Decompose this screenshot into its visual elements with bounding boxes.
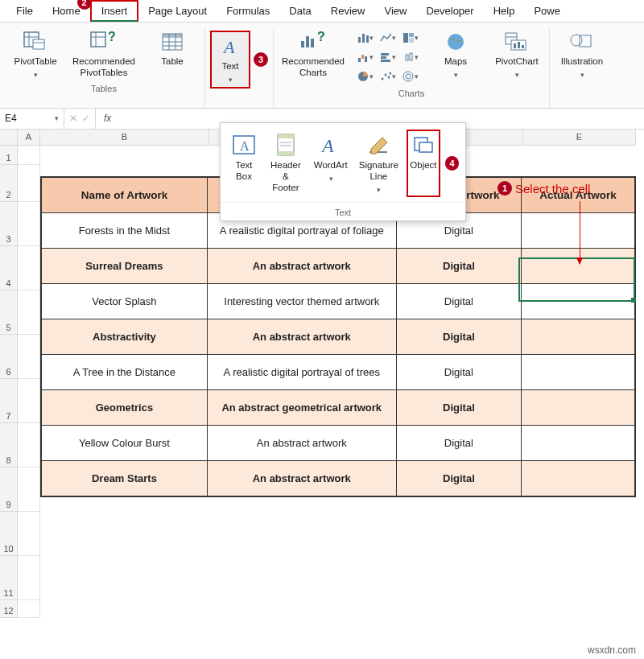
pie-icon[interactable]: ▾ [357,69,374,84]
svg-rect-5 [91,32,105,47]
menu-file[interactable]: File [6,2,43,20]
svg-point-39 [403,72,413,81]
menu-page-layout[interactable]: Page Layout [138,2,217,20]
menu-view[interactable]: View [374,2,416,20]
menu-help[interactable]: Help [484,2,525,20]
table-cell[interactable]: Surreal Dreams [41,248,207,283]
table-cell[interactable]: Interesting vector themed artwork [207,283,396,319]
svg-rect-46 [518,42,520,48]
illustrations-button[interactable]: Illustration ▾ [558,31,606,79]
table-cell[interactable]: Geometrics [41,389,207,425]
table-cell[interactable]: Digital [396,248,522,283]
boxwhisker-icon[interactable]: ▾ [402,50,419,64]
confirm-check-icon[interactable]: ✓ [82,113,90,124]
menu-insert[interactable]: Insert [90,0,139,22]
table-cell[interactable]: Digital [396,425,522,460]
table-cell[interactable] [522,283,635,319]
pivotchart-button[interactable]: PivotChart ▾ [493,31,541,79]
table-cell[interactable]: Dream Starts [41,460,207,496]
row-header-5[interactable]: 5 [0,290,18,335]
table-cell[interactable]: Digital [396,319,522,354]
table-cell[interactable] [522,212,635,248]
table-cell[interactable] [522,354,635,389]
table-cell[interactable]: Digital [396,389,522,425]
table-cell[interactable] [522,319,635,354]
table-cell[interactable]: An abstract artwork [207,425,396,460]
col-header-a[interactable]: A [18,130,40,146]
line-chart-icon[interactable]: ▾ [380,31,396,45]
th-name[interactable]: Name of Artwork [41,177,207,213]
recommended-charts-button[interactable]: ? Recommended Charts [282,31,345,79]
table-row[interactable]: Vector SplashInteresting vector themed a… [41,283,635,319]
menu-developer[interactable]: Developer [416,2,483,20]
row-header-3[interactable]: 3 [0,202,18,246]
name-box[interactable]: E4 ▾ [0,109,64,129]
cancel-x-icon[interactable]: ✕ [69,113,77,124]
row-header-12[interactable]: 12 [0,600,18,618]
row-header-1[interactable]: 1 [0,146,18,165]
wordart-button[interactable]: A WordArt ▾ [311,130,351,197]
table-cell[interactable]: An abstract artwork [207,460,396,496]
table-row[interactable]: Dream StartsAn abstract artworkDigital [41,460,635,496]
menu-review[interactable]: Review [321,2,375,20]
menu-data[interactable]: Data [279,2,320,20]
row-header-4[interactable]: 4 [0,246,18,290]
text-dropdown-button[interactable]: A Text ▾ [210,31,250,89]
maps-button[interactable]: Maps ▾ [431,31,480,79]
table-cell[interactable]: Digital [396,283,522,319]
row-header-10[interactable]: 10 [0,512,18,556]
header-footer-button[interactable]: Header & Footer [266,130,306,197]
table-button[interactable]: Table [148,31,196,68]
row-header-9[interactable]: 9 [0,467,18,512]
row-header-2[interactable]: 2 [0,165,18,202]
table-row[interactable]: A Tree in the DistanceA realistic digita… [41,354,635,389]
waterfall-icon[interactable]: ▾ [357,50,374,64]
table-cell[interactable]: Forests in the Midst [41,212,207,248]
select-all-corner[interactable] [0,130,18,146]
signature-line-button[interactable]: Signature Line ▾ [356,130,402,197]
table-cell[interactable]: A Tree in the Distance [41,354,207,389]
hbar-icon[interactable]: ▾ [380,50,396,64]
row-header-7[interactable]: 7 [0,379,18,423]
table-cell[interactable]: Digital [396,460,522,496]
table-cell[interactable]: Digital [396,354,522,389]
recommended-pivottables-button[interactable]: ? Recommended PivotTables [72,31,135,79]
table-cell[interactable]: Yellow Colour Burst [41,425,207,460]
table-cell[interactable] [522,425,635,460]
svg-text:A: A [240,139,250,153]
menu-formulas[interactable]: Formulas [217,2,279,20]
object-button[interactable]: Object [407,130,440,197]
table-cell[interactable]: An abstract artwork [207,248,396,283]
table-cell[interactable] [522,389,635,425]
row-header-6[interactable]: 6 [0,335,18,379]
treemap-icon[interactable]: ▾ [402,31,419,45]
table-cell[interactable]: Vector Splash [41,283,207,319]
text-box-button[interactable]: A Text Box [227,130,261,197]
bar-chart-icon[interactable]: ▾ [357,31,374,45]
callout-select-cell: 1 Select the cell [497,181,590,196]
row-header-8[interactable]: 8 [0,423,18,467]
table-cell[interactable]: An abstract artwork [207,319,396,354]
fx-icon[interactable]: fx [96,113,119,124]
table-row[interactable]: Yellow Colour BurstAn abstract artworkDi… [41,425,635,460]
scatter-icon[interactable]: ▾ [380,69,396,84]
chevron-down-icon: ▾ [580,71,584,79]
table-row[interactable]: GeometricsAn abstract geometrical artwor… [41,389,635,425]
table-row[interactable]: Surreal DreamsAn abstract artworkDigital [41,248,635,283]
table-cell[interactable]: A realistic digital portrayal of trees [207,354,396,389]
svg-point-36 [384,74,386,76]
pivottable-button[interactable]: PivotTable ▾ [11,31,60,79]
table-row[interactable]: AbstractivityAn abstract artworkDigital [41,319,635,354]
table-label: Table [161,56,184,68]
col-header-b[interactable]: B [40,130,209,146]
table-cell[interactable] [522,248,635,283]
svg-rect-17 [306,36,309,47]
table-cell[interactable]: An abstract geometrical artwork [207,389,396,425]
menu-power[interactable]: Powe [524,2,570,20]
col-header-e[interactable]: E [523,130,636,146]
ribbon-group-charts: ? Recommended Charts ▾ ▾ ▾ ▾ ▾ ▾ ▾ ▾ [274,27,550,108]
table-cell[interactable] [522,460,635,496]
row-header-11[interactable]: 11 [0,556,18,600]
table-cell[interactable]: Abstractivity [41,319,207,354]
radar-icon[interactable]: ▾ [402,69,419,84]
